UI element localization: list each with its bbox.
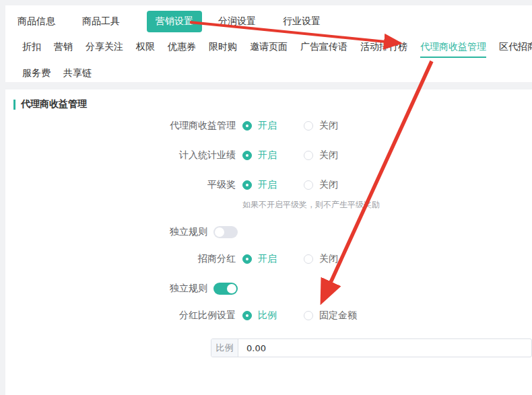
- toggle-switch-6[interactable]: [213, 283, 238, 295]
- radio-option-2-2[interactable]: 关闭: [304, 149, 338, 161]
- radio-option-1-1[interactable]: 开启: [242, 120, 277, 132]
- radio-unselected-icon: [304, 121, 313, 131]
- form-row-4: 独立规则: [5, 225, 532, 239]
- sub-tab-1-7[interactable]: 邀请页面: [250, 41, 288, 58]
- form-row-2: 计入统计业绩开启关闭: [5, 149, 532, 162]
- radio-option-5-1[interactable]: 开启: [242, 253, 277, 265]
- radio-option-5-2[interactable]: 关闭: [304, 253, 338, 265]
- radio-option-1-2[interactable]: 关闭: [304, 120, 338, 132]
- ratio-input-prefix: 比例: [211, 339, 238, 357]
- settings-form: 代理商收益管理开启关闭计入统计业绩开启关闭平级奖开启关闭如果不开启平级奖，则不产…: [5, 119, 532, 357]
- radio-option-3-2[interactable]: 关闭: [304, 179, 338, 191]
- top-tab-4[interactable]: 分润设置: [218, 15, 256, 28]
- sub-tab-2-2[interactable]: 共享链: [63, 67, 92, 84]
- sub-tab-1-4[interactable]: 权限: [136, 41, 155, 58]
- radio-option-2-1[interactable]: 开启: [242, 149, 277, 161]
- top-tab-1[interactable]: 商品信息: [18, 15, 55, 28]
- form-label-5: 招商分红: [5, 253, 236, 265]
- sub-tab-1-5[interactable]: 优惠券: [168, 41, 196, 58]
- radio-option-3-1[interactable]: 开启: [242, 179, 277, 191]
- tabs-card: 商品信息商品工具营销设置分润设置行业设置 折扣营销分享关注权限优惠券限时购邀请页…: [5, 5, 532, 82]
- form-label-3: 平级奖: [5, 179, 236, 191]
- sub-tab-1-8[interactable]: 广告宣传语: [300, 41, 347, 58]
- radio-unselected-icon: [304, 311, 313, 320]
- top-tab-3[interactable]: 营销设置: [147, 11, 202, 32]
- toggle-knob: [227, 284, 236, 293]
- radio-option-7-1[interactable]: 比例: [242, 310, 277, 322]
- radio-unselected-icon: [304, 254, 313, 264]
- radio-option-label: 固定金额: [319, 310, 357, 322]
- form-label-6: 独立规则: [5, 283, 207, 295]
- sub-tab-bar: 折扣营销分享关注权限优惠券限时购邀请页面广告宣传语活动排行榜代理商收益管理区代招…: [5, 41, 532, 84]
- radio-option-label: 比例: [258, 310, 277, 322]
- radio-unselected-icon: [304, 180, 313, 190]
- form-label-2: 计入统计业绩: [5, 149, 236, 161]
- sub-tab-1-9[interactable]: 活动排行榜: [360, 41, 407, 58]
- sub-tab-1-1[interactable]: 折扣: [22, 41, 41, 58]
- radio-option-label: 开启: [258, 120, 277, 132]
- sub-tab-row-2: 服务费共享链: [22, 67, 532, 84]
- radio-option-label: 关闭: [319, 149, 338, 161]
- sub-tab-1-3[interactable]: 分享关注: [86, 41, 123, 58]
- radio-option-7-2[interactable]: 固定金额: [304, 310, 357, 322]
- sub-tab-row-1: 折扣营销分享关注权限优惠券限时购邀请页面广告宣传语活动排行榜代理商收益管理区代招…: [22, 41, 532, 58]
- sub-tab-1-11[interactable]: 区代招商员: [499, 41, 532, 58]
- radio-selected-icon: [242, 254, 252, 264]
- top-tab-5[interactable]: 行业设置: [283, 15, 321, 28]
- radio-option-label: 关闭: [319, 179, 338, 191]
- radio-option-label: 关闭: [319, 120, 338, 132]
- radio-option-label: 关闭: [319, 253, 338, 265]
- form-row-5: 招商分红开启关闭: [5, 252, 532, 266]
- section-header: 代理商收益管理: [13, 99, 532, 110]
- radio-selected-icon: [242, 121, 252, 131]
- form-row-7: 分红比例设置比例固定金额: [5, 309, 532, 322]
- form-row-6: 独立规则: [5, 282, 532, 295]
- radio-selected-icon: [242, 151, 252, 160]
- section-title: 代理商收益管理: [21, 98, 87, 110]
- radio-unselected-icon: [304, 151, 313, 160]
- radio-option-label: 开启: [258, 179, 277, 191]
- form-label-4: 独立规则: [5, 226, 207, 238]
- top-tab-2[interactable]: 商品工具: [82, 15, 120, 28]
- toggle-switch-4[interactable]: [213, 226, 238, 238]
- form-row-3: 平级奖开启关闭: [5, 178, 532, 192]
- content-card: 代理商收益管理 代理商收益管理开启关闭计入统计业绩开启关闭平级奖开启关闭如果不开…: [5, 89, 532, 395]
- sub-tab-1-2[interactable]: 营销: [54, 41, 73, 58]
- section-accent-bar: [13, 100, 15, 110]
- form-note-3: 如果不开启平级奖，则不产生平级奖励: [242, 200, 532, 209]
- toggle-knob: [215, 227, 224, 237]
- top-tab-bar: 商品信息商品工具营销设置分润设置行业设置: [18, 11, 532, 32]
- radio-option-label: 开启: [258, 253, 277, 265]
- ratio-input-group: 比例: [211, 338, 532, 357]
- form-label-7: 分红比例设置: [5, 310, 236, 322]
- sub-tab-1-10[interactable]: 代理商收益管理: [420, 41, 486, 58]
- radio-option-label: 开启: [258, 149, 277, 161]
- ratio-input[interactable]: [238, 339, 531, 357]
- radio-selected-icon: [242, 180, 252, 190]
- radio-selected-icon: [242, 311, 252, 320]
- form-row-1: 代理商收益管理开启关闭: [5, 119, 532, 133]
- sub-tab-2-1[interactable]: 服务费: [22, 67, 51, 84]
- form-label-1: 代理商收益管理: [5, 120, 236, 132]
- sub-tab-1-6[interactable]: 限时购: [209, 41, 237, 58]
